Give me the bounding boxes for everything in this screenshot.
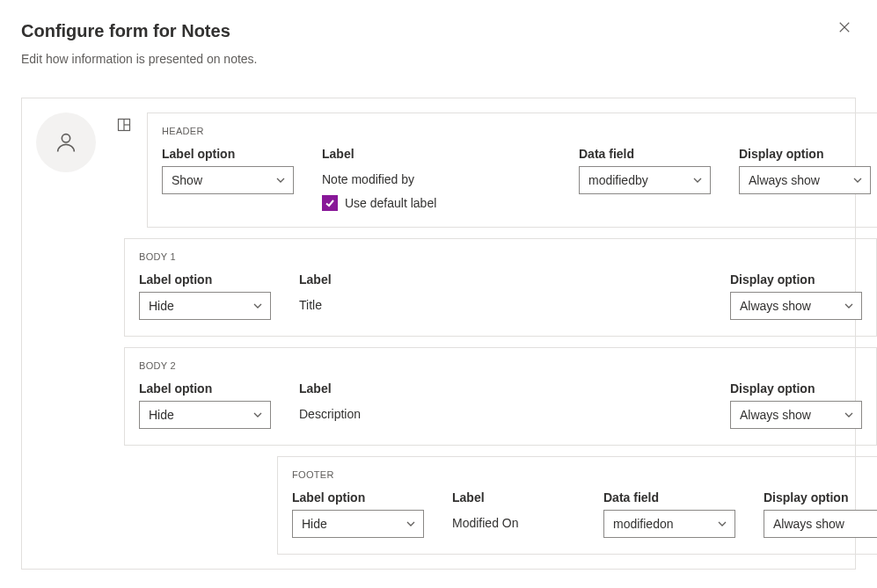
body1-displayopt-value: Always show bbox=[740, 299, 811, 313]
chevron-down-icon bbox=[717, 519, 727, 529]
svg-point-2 bbox=[62, 134, 69, 142]
chevron-down-icon bbox=[852, 175, 863, 185]
header-section: HEADER Label option Show Label Note modi… bbox=[147, 113, 877, 228]
body1-label-value: Title bbox=[299, 292, 702, 312]
dialog-subtitle: Edit how information is presented on not… bbox=[21, 52, 856, 66]
footer-datafield-value: modifiedon bbox=[613, 517, 674, 531]
footer-section: FOOTER Label option Hide Label Modified … bbox=[277, 456, 877, 555]
close-icon bbox=[838, 21, 851, 33]
footer-label-value: Modified On bbox=[452, 510, 575, 530]
body2-displayopt-value: Always show bbox=[740, 408, 811, 422]
use-default-label-checkbox[interactable] bbox=[322, 195, 338, 211]
chevron-down-icon bbox=[275, 175, 286, 185]
section-title-footer: FOOTER bbox=[292, 469, 877, 480]
footer-datafield-label: Data field bbox=[603, 490, 735, 505]
chevron-down-icon bbox=[252, 301, 263, 311]
header-datafield-value: modifiedby bbox=[588, 173, 648, 187]
header-labeloption-label: Label option bbox=[162, 147, 294, 161]
footer-labeloption-label: Label option bbox=[292, 490, 424, 505]
footer-datafield-select[interactable]: modifiedon bbox=[603, 510, 735, 538]
section-title-header: HEADER bbox=[162, 126, 871, 136]
header-displayopt-value: Always show bbox=[749, 173, 820, 187]
body2-displayopt-select[interactable]: Always show bbox=[730, 401, 862, 429]
body1-section: BODY 1 Label option Hide Label Title Dis… bbox=[124, 238, 877, 337]
chevron-down-icon bbox=[844, 410, 854, 420]
body1-label-label: Label bbox=[299, 272, 702, 287]
use-default-label-text: Use default label bbox=[345, 196, 436, 210]
body1-displayopt-select[interactable]: Always show bbox=[730, 292, 862, 320]
body2-section: BODY 2 Label option Hide Label Descripti… bbox=[124, 347, 877, 446]
form-panel: HEADER Label option Show Label Note modi… bbox=[21, 98, 856, 570]
close-button[interactable] bbox=[838, 21, 852, 35]
dialog-title: Configure form for Notes bbox=[21, 21, 856, 41]
footer-displayopt-value: Always show bbox=[773, 517, 844, 531]
footer-label-label: Label bbox=[452, 490, 575, 505]
chevron-down-icon bbox=[252, 410, 263, 420]
avatar-placeholder bbox=[36, 113, 96, 172]
body2-labeloption-select[interactable]: Hide bbox=[139, 401, 271, 429]
header-datafield-select[interactable]: modifiedby bbox=[579, 166, 711, 194]
body2-labeloption-label: Label option bbox=[139, 381, 271, 396]
header-labeloption-select[interactable]: Show bbox=[162, 166, 294, 194]
header-displayopt-select[interactable]: Always show bbox=[739, 166, 871, 194]
footer-labeloption-select[interactable]: Hide bbox=[292, 510, 424, 538]
footer-displayopt-label: Display option bbox=[764, 490, 877, 505]
body2-labeloption-value: Hide bbox=[149, 408, 174, 422]
header-label-value: Note modified by bbox=[322, 166, 551, 186]
chevron-down-icon bbox=[406, 519, 416, 529]
body2-label-label: Label bbox=[299, 381, 702, 396]
footer-displayopt-select[interactable]: Always show bbox=[764, 510, 877, 538]
layout-icon bbox=[117, 118, 131, 132]
header-labeloption-value: Show bbox=[172, 173, 202, 187]
body1-labeloption-label: Label option bbox=[139, 272, 271, 287]
header-displayopt-label: Display option bbox=[739, 147, 871, 161]
chevron-down-icon bbox=[844, 301, 854, 311]
body1-labeloption-value: Hide bbox=[149, 299, 174, 313]
body2-displayopt-label: Display option bbox=[730, 381, 862, 396]
body1-displayopt-label: Display option bbox=[730, 272, 862, 287]
header-datafield-label: Data field bbox=[579, 147, 711, 161]
chevron-down-icon bbox=[692, 175, 703, 185]
section-title-body1: BODY 1 bbox=[139, 251, 862, 262]
footer-labeloption-value: Hide bbox=[302, 517, 327, 531]
body2-label-value: Description bbox=[299, 401, 702, 421]
layout-icon-box bbox=[112, 113, 136, 137]
section-title-body2: BODY 2 bbox=[139, 360, 862, 371]
person-icon bbox=[54, 130, 78, 155]
body1-labeloption-select[interactable]: Hide bbox=[139, 292, 271, 320]
header-label-label: Label bbox=[322, 147, 551, 161]
checkmark-icon bbox=[325, 198, 335, 208]
